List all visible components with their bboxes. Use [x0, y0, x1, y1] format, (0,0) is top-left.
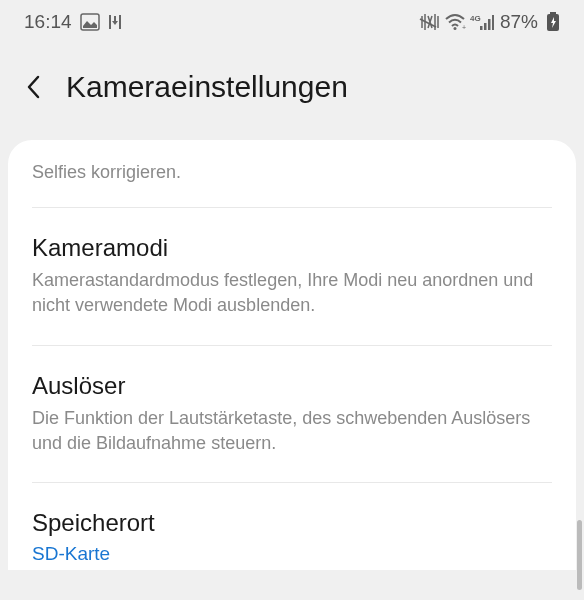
- setting-title: Speicherort: [32, 509, 552, 537]
- status-time: 16:14: [24, 11, 72, 33]
- chevron-left-icon: [25, 74, 41, 100]
- svg-rect-1: [109, 15, 111, 29]
- svg-text:+: +: [462, 24, 466, 31]
- battery-charging-icon: [546, 12, 560, 32]
- back-button[interactable]: [20, 74, 46, 100]
- download-icon: [106, 13, 124, 31]
- svg-rect-8: [484, 23, 487, 30]
- setting-desc: Selfies korrigieren.: [32, 160, 552, 185]
- svg-rect-9: [488, 19, 491, 30]
- setting-desc: Kamerastandardmodus festlegen, Ihre Modi…: [32, 268, 552, 318]
- signal-icon: 4G: [470, 13, 494, 31]
- setting-value: SD-Karte: [32, 543, 552, 565]
- battery-percent: 87%: [500, 11, 538, 33]
- scrollbar-thumb[interactable]: [577, 520, 582, 590]
- setting-item-selfies[interactable]: Selfies korrigieren.: [32, 140, 552, 208]
- svg-rect-7: [480, 26, 483, 30]
- status-bar: 16:14 + 4G: [0, 0, 584, 40]
- settings-content: Selfies korrigieren. Kameramodi Kamerast…: [8, 140, 576, 570]
- setting-item-ausloeser[interactable]: Auslöser Die Funktion der Lautstärketast…: [32, 346, 552, 483]
- setting-desc: Die Funktion der Lautstärketaste, des sc…: [32, 406, 552, 456]
- page-header: Kameraeinstellungen: [0, 40, 584, 134]
- svg-point-4: [453, 27, 456, 30]
- status-bar-left: 16:14: [24, 11, 124, 33]
- svg-rect-3: [114, 16, 116, 22]
- svg-rect-11: [550, 12, 556, 14]
- status-bar-right: + 4G 87%: [418, 11, 560, 33]
- setting-item-kameramodi[interactable]: Kameramodi Kamerastandardmodus festlegen…: [32, 208, 552, 345]
- svg-text:4G: 4G: [470, 14, 481, 23]
- vibrate-icon: [418, 13, 440, 31]
- setting-title: Auslöser: [32, 372, 552, 400]
- svg-rect-2: [119, 15, 121, 29]
- wifi-icon: +: [444, 13, 466, 31]
- page-title: Kameraeinstellungen: [66, 70, 348, 104]
- status-icons-left: [80, 13, 124, 31]
- image-icon: [80, 13, 100, 31]
- setting-title: Kameramodi: [32, 234, 552, 262]
- svg-rect-10: [492, 15, 494, 30]
- setting-item-speicherort[interactable]: Speicherort SD-Karte: [32, 483, 552, 570]
